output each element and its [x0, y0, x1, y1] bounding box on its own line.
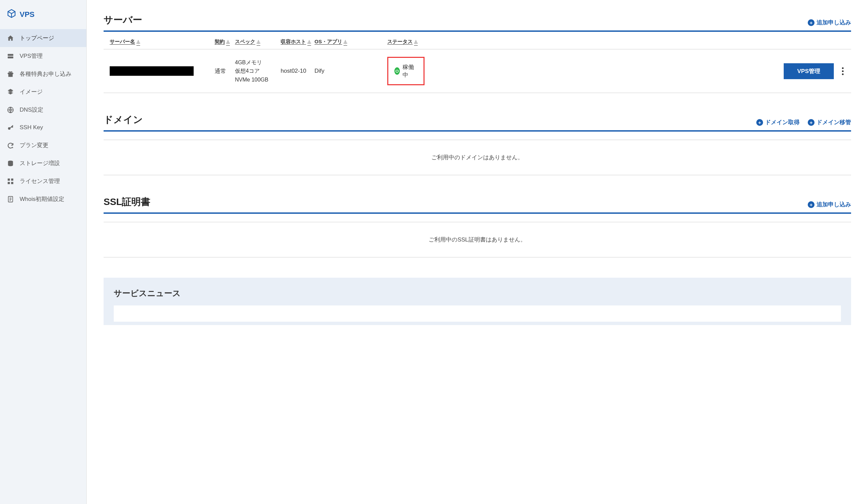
sort-icon: ▲▼	[414, 40, 418, 44]
sidebar-item-label: ストレージ増設	[20, 159, 60, 167]
section-server: サーバー ＋ 追加申し込み サーバー名▲▼ 契約▲▼ スペック▲▼ 収容ホスト▲…	[104, 13, 851, 93]
section-title-server: サーバー	[104, 13, 142, 27]
server-name-redacted	[110, 66, 194, 76]
database-icon	[7, 160, 14, 167]
sidebar-item-label: DNS設定	[20, 106, 43, 114]
add-ssl-link[interactable]: ＋ 追加申し込み	[808, 201, 851, 208]
section-title-ssl: SSL証明書	[104, 196, 150, 208]
sort-icon: ▲▼	[226, 40, 230, 44]
svg-point-5	[9, 71, 10, 73]
ssl-empty: ご利用中のSSL証明書はありません。	[104, 222, 851, 258]
sort-icon: ▲▼	[136, 40, 140, 44]
server-table: サーバー名▲▼ 契約▲▼ スペック▲▼ 収容ホスト▲▼ OS・アプリ▲▼ ステー…	[104, 32, 851, 93]
svg-rect-0	[8, 54, 13, 56]
sort-icon: ▲▼	[344, 40, 347, 44]
sidebar: VPS トップページ VPS管理 各種特典お申し込み イメージ DNS設定	[0, 0, 87, 504]
svg-rect-10	[8, 178, 10, 180]
svg-rect-4	[10, 73, 11, 77]
sidebar-item-label: 各種特典お申し込み	[20, 70, 71, 78]
news-body	[114, 305, 841, 322]
status-highlight: 稼働中	[387, 57, 424, 85]
sidebar-nav: トップページ VPS管理 各種特典お申し込み イメージ DNS設定 SSH Ke…	[0, 29, 86, 208]
news-title: サービスニュース	[114, 288, 841, 299]
sort-icon: ▲▼	[257, 40, 260, 44]
svg-rect-1	[8, 56, 13, 58]
sidebar-item-label: SSH Key	[20, 124, 43, 131]
sidebar-item-benefits[interactable]: 各種特典お申し込み	[0, 65, 86, 83]
plus-icon: ＋	[808, 119, 815, 126]
server-icon	[7, 52, 14, 60]
key-icon	[7, 124, 14, 131]
layers-icon	[7, 88, 14, 96]
globe-icon	[7, 106, 14, 114]
host-value: host02-10	[281, 68, 314, 74]
plus-icon: ＋	[808, 201, 815, 208]
sort-icon: ▲▼	[307, 40, 311, 44]
sidebar-item-plan[interactable]: プラン変更	[0, 136, 86, 154]
domain-acquire-label: ドメイン取得	[765, 118, 799, 126]
contract-value: 通常	[215, 67, 235, 75]
domain-acquire-link[interactable]: ＋ ドメイン取得	[756, 118, 799, 126]
status-text: 稼働中	[403, 63, 415, 79]
col-spec[interactable]: スペック▲▼	[235, 39, 260, 45]
sidebar-item-images[interactable]: イメージ	[0, 83, 86, 101]
sidebar-item-label: イメージ	[20, 88, 43, 96]
sidebar-item-label: ライセンス管理	[20, 177, 60, 185]
domain-transfer-link[interactable]: ＋ ドメイン移管	[808, 118, 851, 126]
sidebar-item-vps[interactable]: VPS管理	[0, 47, 86, 65]
section-ssl: SSL証明書 ＋ 追加申し込み ご利用中のSSL証明書はありません。	[104, 196, 851, 258]
sidebar-item-storage[interactable]: ストレージ増設	[0, 154, 86, 172]
add-ssl-label: 追加申し込み	[817, 201, 851, 208]
kebab-menu-icon[interactable]	[840, 66, 845, 76]
sidebar-item-whois[interactable]: Whois初期値設定	[0, 190, 86, 208]
sidebar-item-label: プラン変更	[20, 141, 49, 149]
svg-point-6	[11, 71, 12, 73]
sidebar-item-top[interactable]: トップページ	[0, 29, 86, 47]
svg-rect-13	[11, 182, 13, 184]
sidebar-item-label: トップページ	[20, 34, 54, 42]
main-content: サーバー ＋ 追加申し込み サーバー名▲▼ 契約▲▼ スペック▲▼ 収容ホスト▲…	[87, 0, 868, 504]
vps-manage-button[interactable]: VPS管理	[784, 63, 834, 79]
col-host[interactable]: 収容ホスト▲▼	[281, 39, 311, 45]
section-domain: ドメイン ＋ ドメイン取得 ＋ ドメイン移管 ご利用中のドメインはありません。	[104, 113, 851, 175]
section-title-domain: ドメイン	[104, 113, 143, 126]
add-server-label: 追加申し込み	[817, 19, 851, 27]
spec-value: 4GBメモリ 仮想4コア NVMe 100GB	[235, 58, 281, 84]
col-status[interactable]: ステータス▲▼	[387, 39, 418, 45]
svg-rect-11	[11, 178, 13, 180]
sidebar-item-ssh[interactable]: SSH Key	[0, 119, 86, 136]
plus-icon: ＋	[756, 119, 763, 126]
server-name-cell	[110, 66, 215, 76]
svg-rect-12	[8, 182, 10, 184]
domain-transfer-label: ドメイン移管	[817, 118, 851, 126]
sidebar-item-dns[interactable]: DNS設定	[0, 101, 86, 119]
domain-empty: ご利用中のドメインはありません。	[104, 140, 851, 175]
brand: VPS	[0, 0, 86, 29]
col-os[interactable]: OS・アプリ▲▼	[314, 39, 347, 45]
sidebar-item-label: Whois初期値設定	[20, 195, 64, 203]
grid-icon	[7, 178, 14, 185]
plus-icon: ＋	[808, 19, 815, 26]
home-icon	[7, 34, 14, 42]
refresh-icon	[7, 142, 14, 149]
gift-icon	[7, 70, 14, 78]
section-news: サービスニュース	[104, 278, 851, 325]
status-cell: 稼働中	[387, 57, 424, 85]
cube-icon	[7, 9, 16, 20]
sidebar-item-license[interactable]: ライセンス管理	[0, 172, 86, 190]
svg-point-8	[8, 127, 10, 129]
power-icon	[394, 67, 400, 75]
col-server-name[interactable]: サーバー名▲▼	[110, 39, 140, 45]
table-header-row: サーバー名▲▼ 契約▲▼ スペック▲▼ 収容ホスト▲▼ OS・アプリ▲▼ ステー…	[104, 32, 851, 49]
document-icon	[7, 196, 14, 203]
brand-label: VPS	[20, 10, 34, 19]
col-contract[interactable]: 契約▲▼	[215, 39, 230, 45]
table-row: 通常 4GBメモリ 仮想4コア NVMe 100GB host02-10 Dif…	[104, 49, 851, 93]
add-server-link[interactable]: ＋ 追加申し込み	[808, 19, 851, 27]
sidebar-item-label: VPS管理	[20, 52, 43, 60]
os-value: Dify	[314, 68, 387, 74]
